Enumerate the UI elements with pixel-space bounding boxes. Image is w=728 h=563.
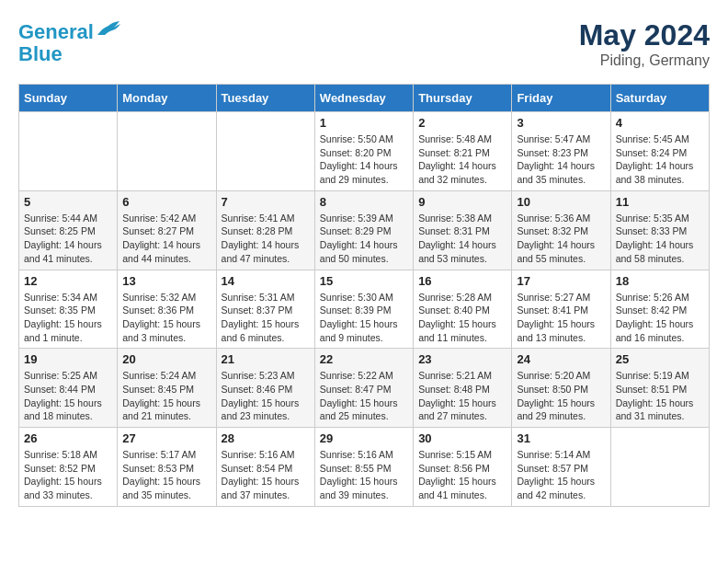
day-info: Sunrise: 5:14 AMSunset: 8:57 PMDaylight:…	[517, 448, 605, 502]
day-info: Sunrise: 5:48 AMSunset: 8:21 PMDaylight:…	[418, 132, 506, 187]
day-number: 4	[616, 116, 704, 130]
calendar-cell: 16Sunrise: 5:28 AMSunset: 8:40 PMDayligh…	[414, 270, 512, 349]
calendar-cell: 21Sunrise: 5:23 AMSunset: 8:46 PMDayligh…	[216, 349, 314, 428]
col-header-tuesday: Tuesday	[216, 85, 314, 112]
day-number: 30	[418, 431, 506, 445]
day-info: Sunrise: 5:23 AMSunset: 8:46 PMDaylight:…	[222, 369, 310, 423]
day-number: 19	[24, 352, 112, 366]
day-info: Sunrise: 5:31 AMSunset: 8:37 PMDaylight:…	[222, 291, 310, 345]
day-number: 11	[616, 195, 704, 209]
calendar-cell: 9Sunrise: 5:38 AMSunset: 8:31 PMDaylight…	[414, 190, 512, 270]
calendar-cell: 23Sunrise: 5:21 AMSunset: 8:48 PMDayligh…	[414, 349, 512, 428]
calendar-cell: 19Sunrise: 5:25 AMSunset: 8:44 PMDayligh…	[19, 349, 118, 428]
day-info: Sunrise: 5:38 AMSunset: 8:31 PMDaylight:…	[418, 212, 506, 266]
day-number: 15	[320, 274, 408, 288]
day-number: 27	[122, 431, 210, 445]
calendar-cell: 14Sunrise: 5:31 AMSunset: 8:37 PMDayligh…	[216, 270, 314, 349]
calendar-table: SundayMondayTuesdayWednesdayThursdayFrid…	[18, 84, 710, 507]
day-number: 31	[517, 431, 605, 445]
calendar-cell: 22Sunrise: 5:22 AMSunset: 8:47 PMDayligh…	[314, 349, 413, 428]
day-number: 20	[122, 352, 210, 366]
day-info: Sunrise: 5:35 AMSunset: 8:33 PMDaylight:…	[616, 212, 704, 266]
day-info: Sunrise: 5:15 AMSunset: 8:56 PMDaylight:…	[418, 448, 506, 502]
day-info: Sunrise: 5:44 AMSunset: 8:25 PMDaylight:…	[24, 212, 112, 266]
day-number: 5	[24, 195, 112, 209]
day-info: Sunrise: 5:42 AMSunset: 8:27 PMDaylight:…	[122, 212, 210, 266]
calendar-cell: 7Sunrise: 5:41 AMSunset: 8:28 PMDaylight…	[216, 190, 314, 270]
day-info: Sunrise: 5:16 AMSunset: 8:55 PMDaylight:…	[320, 448, 408, 502]
day-info: Sunrise: 5:47 AMSunset: 8:23 PMDaylight:…	[517, 132, 605, 187]
calendar-cell: 2Sunrise: 5:48 AMSunset: 8:21 PMDaylight…	[414, 112, 512, 191]
calendar-cell: 3Sunrise: 5:47 AMSunset: 8:23 PMDaylight…	[512, 112, 610, 191]
calendar-cell: 24Sunrise: 5:20 AMSunset: 8:50 PMDayligh…	[512, 349, 610, 428]
day-number: 24	[517, 352, 605, 366]
title-block: May 2024 Piding, Germany	[579, 18, 710, 69]
calendar-cell: 15Sunrise: 5:30 AMSunset: 8:39 PMDayligh…	[314, 270, 413, 349]
calendar-cell: 1Sunrise: 5:50 AMSunset: 8:20 PMDaylight…	[314, 112, 413, 191]
calendar-cell: 31Sunrise: 5:14 AMSunset: 8:57 PMDayligh…	[512, 428, 610, 507]
day-number: 14	[222, 274, 310, 288]
day-number: 8	[320, 195, 408, 209]
day-info: Sunrise: 5:18 AMSunset: 8:52 PMDaylight:…	[24, 448, 112, 502]
day-number: 12	[24, 274, 112, 288]
day-number: 21	[222, 352, 310, 366]
day-info: Sunrise: 5:36 AMSunset: 8:32 PMDaylight:…	[517, 212, 605, 266]
calendar-cell: 8Sunrise: 5:39 AMSunset: 8:29 PMDaylight…	[314, 190, 413, 270]
col-header-wednesday: Wednesday	[314, 85, 413, 112]
day-number: 13	[122, 274, 210, 288]
day-number: 23	[418, 352, 506, 366]
day-info: Sunrise: 5:16 AMSunset: 8:54 PMDaylight:…	[222, 448, 310, 502]
day-number: 28	[222, 431, 310, 445]
calendar-cell	[216, 112, 314, 191]
calendar-cell: 30Sunrise: 5:15 AMSunset: 8:56 PMDayligh…	[414, 428, 512, 507]
day-number: 22	[320, 352, 408, 366]
calendar-cell: 28Sunrise: 5:16 AMSunset: 8:54 PMDayligh…	[216, 428, 314, 507]
calendar-cell: 13Sunrise: 5:32 AMSunset: 8:36 PMDayligh…	[118, 270, 216, 349]
calendar-title: May 2024	[579, 18, 710, 52]
day-info: Sunrise: 5:26 AMSunset: 8:42 PMDaylight:…	[616, 291, 704, 345]
col-header-friday: Friday	[512, 85, 610, 112]
calendar-week-row: 12Sunrise: 5:34 AMSunset: 8:35 PMDayligh…	[19, 270, 710, 349]
day-info: Sunrise: 5:34 AMSunset: 8:35 PMDaylight:…	[24, 291, 112, 345]
day-number: 10	[517, 195, 605, 209]
day-info: Sunrise: 5:19 AMSunset: 8:51 PMDaylight:…	[616, 369, 704, 423]
calendar-cell: 10Sunrise: 5:36 AMSunset: 8:32 PMDayligh…	[512, 190, 610, 270]
calendar-header-row: SundayMondayTuesdayWednesdayThursdayFrid…	[19, 85, 710, 112]
calendar-week-row: 5Sunrise: 5:44 AMSunset: 8:25 PMDaylight…	[19, 190, 710, 270]
day-info: Sunrise: 5:27 AMSunset: 8:41 PMDaylight:…	[517, 291, 605, 345]
day-info: Sunrise: 5:21 AMSunset: 8:48 PMDaylight:…	[418, 369, 506, 423]
day-number: 25	[616, 352, 704, 366]
col-header-monday: Monday	[118, 85, 216, 112]
day-info: Sunrise: 5:17 AMSunset: 8:53 PMDaylight:…	[122, 448, 210, 502]
day-number: 2	[418, 116, 506, 130]
calendar-week-row: 19Sunrise: 5:25 AMSunset: 8:44 PMDayligh…	[19, 349, 710, 428]
day-info: Sunrise: 5:39 AMSunset: 8:29 PMDaylight:…	[320, 212, 408, 266]
col-header-sunday: Sunday	[19, 85, 118, 112]
day-info: Sunrise: 5:32 AMSunset: 8:36 PMDaylight:…	[122, 291, 210, 345]
calendar-cell: 6Sunrise: 5:42 AMSunset: 8:27 PMDaylight…	[118, 190, 216, 270]
day-info: Sunrise: 5:28 AMSunset: 8:40 PMDaylight:…	[418, 291, 506, 345]
day-info: Sunrise: 5:25 AMSunset: 8:44 PMDaylight:…	[24, 369, 112, 423]
calendar-week-row: 26Sunrise: 5:18 AMSunset: 8:52 PMDayligh…	[19, 428, 710, 507]
page-header: GeneralBlue May 2024 Piding, Germany	[18, 18, 710, 69]
calendar-cell: 11Sunrise: 5:35 AMSunset: 8:33 PMDayligh…	[610, 190, 709, 270]
col-header-thursday: Thursday	[414, 85, 512, 112]
day-info: Sunrise: 5:30 AMSunset: 8:39 PMDaylight:…	[320, 291, 408, 345]
day-info: Sunrise: 5:24 AMSunset: 8:45 PMDaylight:…	[122, 369, 210, 423]
day-info: Sunrise: 5:22 AMSunset: 8:47 PMDaylight:…	[320, 369, 408, 423]
calendar-cell: 20Sunrise: 5:24 AMSunset: 8:45 PMDayligh…	[118, 349, 216, 428]
calendar-week-row: 1Sunrise: 5:50 AMSunset: 8:20 PMDaylight…	[19, 112, 710, 191]
day-number: 9	[418, 195, 506, 209]
logo: GeneralBlue	[18, 18, 121, 65]
day-number: 29	[320, 431, 408, 445]
day-number: 16	[418, 274, 506, 288]
calendar-cell: 5Sunrise: 5:44 AMSunset: 8:25 PMDaylight…	[19, 190, 118, 270]
day-info: Sunrise: 5:20 AMSunset: 8:50 PMDaylight:…	[517, 369, 605, 423]
calendar-cell: 17Sunrise: 5:27 AMSunset: 8:41 PMDayligh…	[512, 270, 610, 349]
day-number: 3	[517, 116, 605, 130]
logo-text: GeneralBlue	[18, 18, 121, 65]
calendar-cell: 18Sunrise: 5:26 AMSunset: 8:42 PMDayligh…	[610, 270, 709, 349]
calendar-cell	[118, 112, 216, 191]
calendar-cell	[19, 112, 118, 191]
day-number: 17	[517, 274, 605, 288]
